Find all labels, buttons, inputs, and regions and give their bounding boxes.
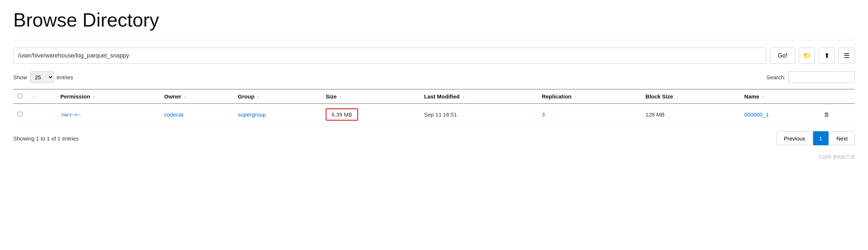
- table-header-row: ↕ Permission ↕ Owner ↕ Group ↕ Size ↕ La…: [13, 89, 855, 104]
- pagination: Previous 1 Next: [777, 131, 855, 145]
- block-size-value: 128 MB: [645, 111, 665, 118]
- row-permission-cell: -rw-r--r--: [56, 104, 160, 125]
- show-label: Show: [13, 74, 27, 80]
- header-size[interactable]: Size ↕: [321, 89, 420, 104]
- owner-link[interactable]: codecat: [164, 111, 183, 118]
- last-modified-label: Last Modified: [424, 93, 460, 100]
- last-modified-sort-icon: ↕: [463, 95, 465, 99]
- row-sort-cell: [27, 104, 56, 125]
- entries-label: entries: [57, 74, 73, 80]
- row-checkbox[interactable]: [18, 112, 22, 117]
- row-last-modified-cell: Sep 11 16:51: [420, 104, 537, 125]
- replication-label: Replication: [542, 93, 571, 100]
- header-checkbox: [13, 89, 27, 104]
- next-button[interactable]: Next: [829, 131, 855, 145]
- entries-select[interactable]: 10 25 50 100: [30, 71, 54, 83]
- row-checkbox-cell: [13, 104, 27, 125]
- block-size-sort-icon: ↕: [676, 95, 678, 99]
- list-button[interactable]: ☰: [839, 48, 855, 64]
- page-title: Browse Directory: [13, 9, 855, 31]
- permission-link[interactable]: -rw-r--r--: [60, 111, 81, 118]
- header-replication[interactable]: Replication ↕: [537, 89, 641, 104]
- header-owner[interactable]: Owner ↕: [160, 89, 233, 104]
- header-name[interactable]: Name ↕: [740, 89, 820, 104]
- controls-row: Show 10 25 50 100 entries Search:: [13, 71, 855, 83]
- name-label: Name: [744, 93, 759, 100]
- last-modified-value: Sep 11 16:51: [424, 111, 457, 118]
- owner-label: Owner: [164, 93, 181, 100]
- group-link[interactable]: supergroup: [238, 111, 266, 118]
- search-label: Search:: [766, 74, 785, 80]
- size-value: 6.39 MB: [326, 108, 358, 121]
- folder-icon: 📁: [803, 52, 811, 60]
- footer-row: Showing 1 to 1 of 1 entries Previous 1 N…: [13, 131, 855, 145]
- header-permission[interactable]: Permission ↕: [56, 89, 160, 104]
- upload-button[interactable]: ⬆: [819, 48, 835, 64]
- replication-sort-icon: ↕: [574, 95, 576, 99]
- block-size-label: Block Size: [645, 93, 673, 100]
- row-owner-cell: codecat: [160, 104, 233, 125]
- owner-sort-icon: ↕: [184, 95, 186, 99]
- group-label: Group: [238, 93, 255, 100]
- go-button[interactable]: Go!: [770, 48, 795, 64]
- search-area: Search:: [766, 71, 855, 83]
- page-1-button[interactable]: 1: [813, 131, 829, 145]
- previous-button[interactable]: Previous: [777, 131, 812, 145]
- size-label: Size: [326, 93, 337, 100]
- row-block-size-cell: 128 MB: [641, 104, 740, 125]
- watermark: CSDN @何如千泯: [13, 154, 855, 160]
- row-replication-cell: 3: [537, 104, 641, 125]
- replication-link[interactable]: 3: [542, 111, 545, 118]
- path-input[interactable]: [13, 48, 766, 64]
- sort-all-icon: ↕: [33, 95, 35, 99]
- delete-icon[interactable]: 🗑: [824, 111, 830, 118]
- row-group-cell: supergroup: [234, 104, 321, 125]
- header-sort-all[interactable]: ↕: [27, 89, 56, 104]
- path-bar: Go! 📁 ⬆ ☰: [13, 48, 855, 64]
- table-row: -rw-r--r-- codecat supergroup 6.39 MB Se…: [13, 104, 855, 125]
- row-delete-cell: 🗑: [819, 104, 855, 125]
- header-actions: [819, 89, 855, 104]
- group-sort-icon: ↕: [258, 95, 259, 99]
- upload-icon: ⬆: [824, 52, 830, 60]
- permission-label: Permission: [60, 93, 90, 100]
- title-divider: [13, 40, 855, 40]
- show-entries-container: Show 10 25 50 100 entries: [13, 71, 73, 83]
- name-sort-icon: ↕: [762, 95, 764, 99]
- size-sort-icon: ↕: [340, 95, 342, 99]
- file-table: ↕ Permission ↕ Owner ↕ Group ↕ Size ↕ La…: [13, 89, 855, 125]
- folder-button[interactable]: 📁: [799, 48, 815, 64]
- header-last-modified[interactable]: Last Modified ↕: [420, 89, 537, 104]
- permission-sort-icon: ↕: [93, 95, 95, 99]
- select-all-checkbox[interactable]: [18, 94, 22, 98]
- showing-text: Showing 1 to 1 of 1 entries: [13, 135, 79, 142]
- row-size-cell: 6.39 MB: [321, 104, 420, 125]
- list-icon: ☰: [844, 52, 850, 60]
- header-block-size[interactable]: Block Size ↕: [641, 89, 740, 104]
- row-name-cell: 000000_1: [740, 104, 820, 125]
- search-input[interactable]: [788, 71, 855, 83]
- name-link[interactable]: 000000_1: [744, 111, 769, 118]
- header-group[interactable]: Group ↕: [234, 89, 321, 104]
